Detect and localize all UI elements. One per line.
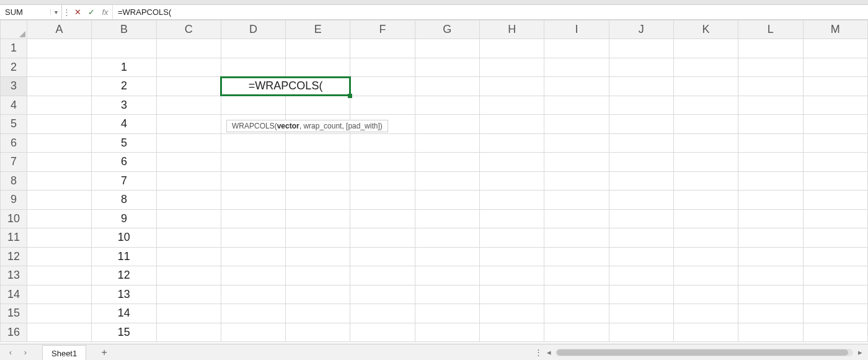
cell-E16[interactable] (286, 323, 350, 342)
cell-E10[interactable] (286, 209, 350, 228)
cell-H10[interactable] (480, 209, 544, 228)
cell-A1[interactable] (27, 39, 91, 58)
cell-D1[interactable] (221, 39, 285, 58)
function-tooltip[interactable]: WRAPCOLS(vector, wrap_count, [pad_with]) (226, 120, 388, 132)
cell-D8[interactable] (221, 171, 285, 191)
cell-A3[interactable] (27, 77, 91, 96)
cell-E6[interactable] (286, 133, 350, 153)
cell-A11[interactable] (27, 228, 91, 248)
cell-H13[interactable] (480, 266, 544, 286)
cell-I9[interactable] (544, 191, 609, 210)
hscroll-track[interactable] (556, 349, 853, 356)
cell-I14[interactable] (544, 285, 609, 304)
cell-B16[interactable]: 15 (92, 323, 156, 342)
name-box[interactable]: SUM ▾ (0, 5, 62, 19)
cell-L1[interactable] (738, 39, 803, 58)
cell-L7[interactable] (738, 153, 803, 172)
row-header-6[interactable]: 6 (1, 133, 27, 153)
cell-I11[interactable] (544, 228, 609, 248)
cell-E1[interactable] (286, 39, 350, 58)
cell-I5[interactable] (544, 115, 609, 134)
cell-M15[interactable] (803, 304, 868, 323)
cell-G16[interactable] (415, 323, 479, 342)
row-header-16[interactable]: 16 (1, 323, 27, 342)
cell-E4[interactable] (286, 96, 350, 115)
cell-B3[interactable]: 2 (92, 77, 156, 96)
row-header-2[interactable]: 2 (1, 58, 27, 77)
cell-H5[interactable] (480, 115, 544, 134)
cell-M2[interactable] (803, 58, 868, 77)
cell-K9[interactable] (673, 191, 738, 210)
cell-M7[interactable] (803, 153, 868, 172)
cell-B9[interactable]: 8 (92, 191, 156, 210)
cell-M11[interactable] (803, 228, 868, 248)
cell-H4[interactable] (480, 96, 544, 115)
cell-M4[interactable] (803, 96, 868, 115)
cell-M16[interactable] (803, 323, 868, 342)
cell-I7[interactable] (544, 153, 609, 172)
cell-G8[interactable] (415, 171, 479, 191)
cell-C4[interactable] (156, 96, 221, 115)
col-header-J[interactable]: J (609, 20, 673, 39)
cell-F14[interactable] (350, 285, 415, 304)
cell-C6[interactable] (156, 133, 221, 153)
cell-M10[interactable] (803, 209, 868, 228)
cell-B15[interactable]: 14 (92, 304, 156, 323)
cell-C11[interactable] (156, 228, 221, 248)
cell-K11[interactable] (673, 228, 738, 248)
cell-E15[interactable] (286, 304, 350, 323)
row-header-11[interactable]: 11 (1, 228, 27, 248)
cell-K13[interactable] (673, 266, 738, 286)
cell-C13[interactable] (156, 266, 221, 286)
cell-C15[interactable] (156, 304, 221, 323)
fill-handle[interactable] (348, 94, 352, 98)
cell-B12[interactable]: 11 (92, 247, 156, 266)
cell-M12[interactable] (803, 247, 868, 266)
cell-G15[interactable] (415, 304, 479, 323)
cell-F8[interactable] (350, 171, 415, 191)
cell-L13[interactable] (738, 266, 803, 286)
cell-F4[interactable] (350, 96, 415, 115)
row-header-3[interactable]: 3 (1, 77, 27, 96)
cell-E2[interactable] (286, 58, 350, 77)
cell-J4[interactable] (609, 96, 673, 115)
cell-L16[interactable] (738, 323, 803, 342)
cell-H14[interactable] (480, 285, 544, 304)
cell-F6[interactable] (350, 133, 415, 153)
cell-F9[interactable] (350, 191, 415, 210)
row-header-15[interactable]: 15 (1, 304, 27, 323)
cell-J11[interactable] (609, 228, 673, 248)
col-header-K[interactable]: K (673, 20, 738, 39)
fx-icon[interactable]: fx (98, 5, 113, 19)
cell-F10[interactable] (350, 209, 415, 228)
cell-I8[interactable] (544, 171, 609, 191)
cell-A6[interactable] (27, 133, 91, 153)
cell-H9[interactable] (480, 191, 544, 210)
hscroll-thumb[interactable] (557, 349, 848, 356)
cell-J7[interactable] (609, 153, 673, 172)
cell-M13[interactable] (803, 266, 868, 286)
cell-C3[interactable] (156, 77, 221, 96)
cell-B10[interactable]: 9 (92, 209, 156, 228)
name-box-dropdown-icon[interactable]: ▾ (50, 9, 61, 16)
cell-G10[interactable] (415, 209, 479, 228)
cell-M9[interactable] (803, 191, 868, 210)
cell-A4[interactable] (27, 96, 91, 115)
col-header-B[interactable]: B (92, 20, 156, 39)
row-header-10[interactable]: 10 (1, 209, 27, 228)
cell-D15[interactable] (221, 304, 285, 323)
cell-I2[interactable] (544, 58, 609, 77)
cell-J1[interactable] (609, 39, 673, 58)
cell-E7[interactable] (286, 153, 350, 172)
cell-B6[interactable]: 5 (92, 133, 156, 153)
cell-F12[interactable] (350, 247, 415, 266)
cell-I3[interactable] (544, 77, 609, 96)
cell-I4[interactable] (544, 96, 609, 115)
cell-J15[interactable] (609, 304, 673, 323)
cell-K15[interactable] (673, 304, 738, 323)
cell-G12[interactable] (415, 247, 479, 266)
cell-L5[interactable] (738, 115, 803, 134)
cell-G5[interactable] (415, 115, 479, 134)
cell-J10[interactable] (609, 209, 673, 228)
cell-G9[interactable] (415, 191, 479, 210)
